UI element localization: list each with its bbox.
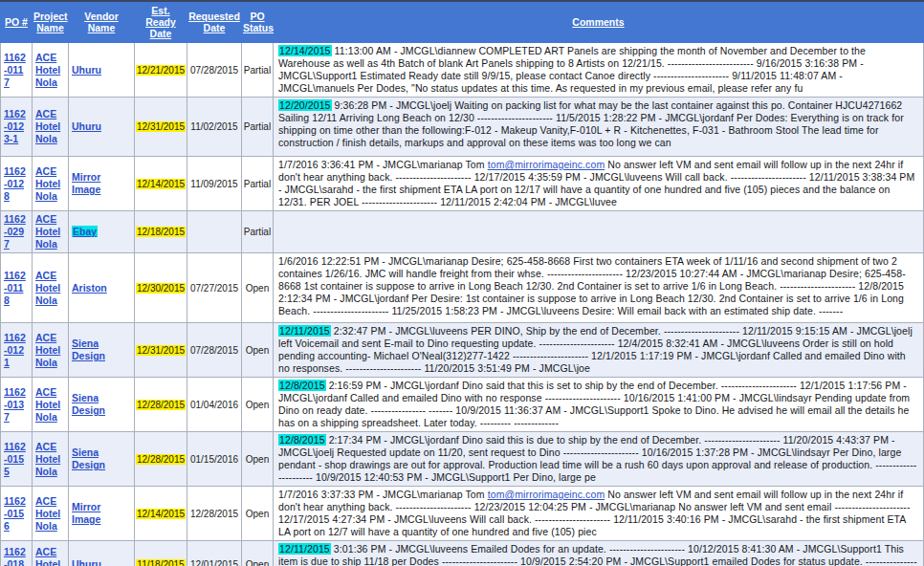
vendor-link[interactable]: Siena Design — [72, 392, 105, 416]
est-ready-date-value: 12/28/2015 — [136, 400, 186, 410]
comment-date-highlight: 12/11/2015 — [278, 543, 331, 555]
po-cell: 1162-0297 — [1, 211, 33, 253]
vendor-link[interactable]: Siena Design — [72, 446, 105, 470]
table-row: 1162-0121ACE Hotel NolaSiena Design12/31… — [1, 323, 924, 378]
po-cell: 1162-0155 — [1, 432, 33, 487]
comment-text: 2:16:59 PM - JMCGL\jordanf Dino said tha… — [278, 380, 910, 428]
project-link[interactable]: ACE Hotel Nola — [35, 270, 60, 306]
vendor-cell: Siena Design — [69, 323, 135, 378]
project-link[interactable]: ACE Hotel Nola — [35, 165, 60, 202]
col-header-requested-date[interactable]: Requested Date — [187, 1, 242, 43]
vendor-link[interactable]: Uhuru — [72, 120, 101, 132]
est-ready-date-cell: 12/28/2015 — [135, 432, 187, 487]
po-status-cell: Open — [242, 487, 274, 541]
col-header-po[interactable]: PO # — [1, 1, 33, 43]
est-ready-date-cell: 12/14/2015 — [135, 157, 187, 211]
project-cell: ACE Hotel Nola — [33, 253, 69, 323]
po-link[interactable]: 1162-0155 — [4, 441, 26, 477]
est-ready-date-value: 11/18/2015 — [136, 559, 185, 566]
po-cell: 1162-0156 — [1, 487, 33, 541]
col-header-comments[interactable]: Comments — [274, 1, 924, 43]
project-cell: ACE Hotel Nola — [33, 487, 69, 541]
project-link[interactable]: ACE Hotel Nola — [35, 386, 60, 423]
est-ready-date-cell: 12/14/2015 — [135, 487, 187, 541]
col-header-po-status[interactable]: PO Status — [242, 1, 274, 43]
po-link[interactable]: 1162-0117 — [4, 52, 26, 88]
vendor-link[interactable]: Uhuru — [72, 64, 101, 76]
project-cell: ACE Hotel Nola — [33, 211, 69, 253]
project-link[interactable]: ACE Hotel Nola — [35, 108, 60, 144]
email-link[interactable]: tom@mirrorimageinc.com — [488, 489, 605, 500]
status-value: Open — [246, 283, 269, 294]
vendor-link[interactable]: Ariston — [72, 282, 107, 294]
requested-date-value: 11/02/2015 — [190, 121, 237, 132]
requested-date-cell: 07/28/2015 — [187, 323, 242, 378]
comments-cell: 12/14/2015 11:13:00 AM - JMCGL\diannew C… — [274, 43, 924, 98]
requested-date-cell: 11/09/2015 — [187, 157, 242, 211]
vendor-cell: Mirror Image — [69, 487, 135, 541]
project-link[interactable]: ACE Hotel Nola — [35, 52, 60, 88]
requested-date-cell: 07/27/2015 — [187, 253, 242, 323]
col-header-est-ready-date[interactable]: Est. Ready Date — [135, 1, 187, 43]
requested-date-value: 12/28/2015 — [190, 509, 238, 519]
requested-date-value: 01/15/2016 — [190, 454, 238, 465]
vendor-link[interactable]: Ebay — [72, 226, 98, 237]
po-link[interactable]: 1162-0121 — [4, 332, 26, 368]
po-link[interactable]: 1162-0118 — [4, 270, 26, 306]
project-link[interactable]: ACE Hotel Nola — [35, 441, 60, 477]
status-value: Partial — [244, 179, 271, 189]
comment-text: 2:17:34 PM - JMCGL\jordanf Dino said thi… — [278, 434, 916, 483]
project-cell: ACE Hotel Nola — [33, 157, 69, 211]
status-value: Partial — [244, 227, 271, 237]
table-row: 1162-0117ACE Hotel NolaUhuru12/21/201507… — [1, 43, 924, 98]
email-link[interactable]: tom@mirrorimageinc.com — [488, 159, 605, 170]
comment-date-highlight: 12/20/2015 — [278, 99, 332, 111]
vendor-cell: Uhuru — [69, 43, 135, 98]
status-value: Open — [246, 345, 269, 356]
comments-cell: 12/20/2015 9:36:28 PM - JMCGL\joelj Wait… — [274, 98, 924, 157]
vendor-link[interactable]: Siena Design — [72, 337, 105, 361]
po-link[interactable]: 1162-0137 — [4, 386, 26, 423]
project-link[interactable]: ACE Hotel Nola — [35, 213, 60, 250]
project-link[interactable]: ACE Hotel Nola — [35, 495, 60, 532]
vendor-link[interactable]: Mirror Image — [72, 171, 100, 195]
project-link[interactable]: ACE Hotel Nola — [35, 546, 60, 566]
po-link[interactable]: 1162-0123-1 — [4, 108, 26, 144]
vendor-link[interactable]: Mirror Image — [72, 501, 100, 525]
comments-cell: 12/11/2015 3:01:36 PM - JMCGL\luveens Em… — [274, 541, 924, 566]
vendor-link[interactable]: Uhuru — [72, 558, 101, 566]
comment-text: 3:01:36 PM - JMCGL\luveens Emailed Dodes… — [278, 543, 917, 566]
status-value: Open — [246, 509, 269, 519]
requested-date-value: 11/09/2015 — [190, 179, 237, 189]
po-cell: 1162-0117 — [1, 43, 33, 98]
comment-text: 1/7/2016 3:37:33 PM - JMCGL\marianap Tom — [278, 489, 488, 500]
table-row: 1162-0128ACE Hotel NolaMirror Image12/14… — [1, 157, 924, 211]
requested-date-cell: 12/01/2015 — [187, 541, 242, 566]
project-cell: ACE Hotel Nola — [33, 541, 69, 566]
comment-date-highlight: 12/14/2015 — [278, 45, 332, 56]
vendor-cell: Ariston — [69, 253, 135, 323]
po-cell: 1162-0121 — [1, 323, 33, 378]
est-ready-date-cell: 12/31/2015 — [135, 323, 187, 378]
est-ready-date-cell: 12/30/2015 — [135, 253, 187, 323]
comment-text: 1/7/2016 3:36:41 PM - JMCGL\marianap Tom — [278, 159, 488, 170]
po-link[interactable]: 1162-0128 — [4, 165, 26, 202]
col-header-project-name[interactable]: Project Name — [33, 1, 69, 43]
project-link[interactable]: ACE Hotel Nola — [35, 332, 60, 368]
status-value: Open — [246, 454, 269, 465]
vendor-cell: Mirror Image — [69, 157, 135, 211]
po-link[interactable]: 1162-0181 — [4, 546, 26, 566]
requested-date-value: 01/04/2016 — [190, 400, 238, 410]
vendor-cell: Uhuru — [69, 541, 135, 566]
comments-cell: 12/8/2015 2:16:59 PM - JMCGL\jordanf Din… — [274, 378, 924, 432]
po-cell: 1162-0181 — [1, 541, 33, 566]
po-link[interactable]: 1162-0156 — [4, 495, 26, 532]
requested-date-cell: 11/02/2015 — [187, 98, 242, 157]
po-table: PO #Project NameVendor NameEst. Ready Da… — [0, 0, 924, 566]
comments-cell: 1/7/2016 3:37:33 PM - JMCGL\marianap Tom… — [274, 487, 924, 541]
po-link[interactable]: 1162-0297 — [4, 213, 26, 250]
status-value: Partial — [244, 65, 271, 76]
col-header-vendor-name[interactable]: Vendor Name — [69, 1, 135, 43]
requested-date-value: 07/28/2015 — [190, 345, 238, 356]
po-cell: 1162-0123-1 — [1, 98, 33, 157]
